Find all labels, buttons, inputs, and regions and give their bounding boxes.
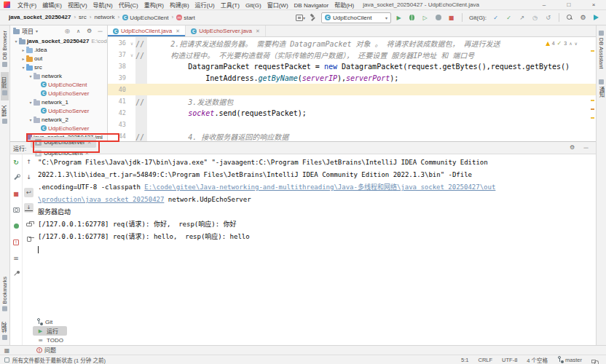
- editor-tab-UdpEchoServer-java[interactable]: UdpEchoServer.java✕: [186, 25, 266, 36]
- project-panel-title[interactable]: 项目: [22, 27, 34, 35]
- attach-button[interactable]: [12, 221, 21, 231]
- printer-button[interactable]: [24, 218, 34, 228]
- layout-button[interactable]: [12, 253, 21, 263]
- tool-window-button-todo[interactable]: TODO: [33, 336, 67, 345]
- run-tab-UdpEchoServer[interactable]: UdpEchoServer✕: [31, 137, 95, 148]
- pin-button[interactable]: [12, 269, 21, 279]
- inspection-widget[interactable]: 4 ✓ 3 ∧ ∨: [543, 39, 580, 47]
- fold-marker-icon[interactable]: ∨: [128, 52, 135, 58]
- stop-button[interactable]: [12, 189, 21, 199]
- scroll-end-button[interactable]: [24, 203, 34, 213]
- chevron-down-icon[interactable]: ▾: [36, 28, 38, 33]
- code-area[interactable]: 36∨// 2.把请求发送给服务器。 需要构造 DatagramPacket 对…: [108, 37, 596, 141]
- status-5-1[interactable]: 5:1: [461, 357, 468, 363]
- tree-item-UdpEchoServer[interactable]: UdpEchoServer: [10, 124, 107, 132]
- stripe-item-db-browser[interactable]: DB Browser: [1, 25, 8, 72]
- tree-item-network_2[interactable]: ▾network_2: [10, 115, 107, 124]
- status-UTF-8[interactable]: UTF-8: [502, 357, 517, 363]
- tool-window-button-运行[interactable]: 运行: [33, 326, 67, 336]
- close-button[interactable]: ×: [581, 1, 606, 8]
- tree-collapse-icon[interactable]: ▾: [13, 39, 19, 44]
- status-CRLF[interactable]: CRLF: [478, 357, 492, 363]
- git-commit-button[interactable]: [503, 12, 514, 23]
- tree-collapse-icon[interactable]: ▾: [28, 117, 34, 122]
- stripe-item-通知[interactable]: 通知: [597, 74, 605, 103]
- debug-button[interactable]: [406, 12, 417, 23]
- play-button[interactable]: [393, 12, 404, 23]
- menu-item[interactable]: 帮助(H): [331, 2, 357, 9]
- error-stripe[interactable]: [590, 37, 595, 141]
- menu-item[interactable]: 构建(B): [167, 2, 192, 9]
- rerun-button[interactable]: [12, 157, 21, 167]
- event-log-icon[interactable]: [4, 357, 9, 363]
- run-configuration-select[interactable]: UdpEchoCilent▾: [321, 12, 391, 23]
- tree-item-network_1[interactable]: ▾network_1: [10, 98, 107, 106]
- down-button[interactable]: [24, 173, 34, 182]
- breadcrumb-item[interactable]: java_socket_20250427: [9, 14, 71, 20]
- breadcrumb-item[interactable]: src: [79, 14, 87, 20]
- collapse-button[interactable]: [74, 27, 82, 35]
- trash-button[interactable]: [24, 234, 34, 243]
- console-output[interactable]: "C:\Program Files\Java\jdk-17\bin\java.e…: [35, 154, 596, 345]
- plugin-button[interactable]: [591, 12, 602, 23]
- tree-item-UdpEchoServer[interactable]: UdpEchoServer: [10, 89, 107, 98]
- tree-item-out[interactable]: ▸out: [10, 54, 107, 63]
- tab-close-icon[interactable]: ✕: [176, 28, 180, 34]
- tree-expand-icon[interactable]: ▸: [20, 47, 26, 52]
- wrench-button[interactable]: [12, 173, 21, 183]
- menu-item[interactable]: 导航(N): [90, 2, 116, 9]
- fold-marker-icon[interactable]: ∨: [128, 41, 135, 46]
- stripe-item-db-assistant[interactable]: DB Assistant: [598, 25, 605, 74]
- tab-close-icon[interactable]: ✕: [256, 28, 260, 34]
- tree-item-UdpEchoServer[interactable]: UdpEchoServer: [10, 106, 107, 115]
- tool-window-button-问题[interactable]: 问题: [33, 345, 67, 355]
- tree-collapse-icon[interactable]: ▾: [20, 65, 26, 70]
- gear-sm-button[interactable]: [85, 27, 93, 35]
- status-4----[interactable]: 4 个空格: [527, 356, 548, 364]
- menu-item[interactable]: 编辑(E): [39, 2, 65, 9]
- menu-item[interactable]: 文件(F): [15, 2, 39, 9]
- menu-item[interactable]: DB Navigator: [291, 2, 332, 9]
- breadcrumb-item[interactable]: network: [94, 14, 114, 20]
- camera-button[interactable]: [12, 205, 21, 215]
- tree-item-UdpEchoCilent[interactable]: UdpEchoCilent: [10, 80, 107, 89]
- git-push-button[interactable]: [516, 12, 527, 23]
- menu-item[interactable]: Git(G): [243, 2, 264, 9]
- menu-item[interactable]: 重构(R): [141, 2, 167, 9]
- prev-issue-icon[interactable]: ∧: [569, 41, 572, 46]
- minimize-button[interactable]: –: [532, 1, 556, 8]
- stripe-item-提交[interactable]: 提交: [1, 100, 9, 129]
- stripe-item-项目[interactable]: 项目: [1, 72, 9, 100]
- maximize-button[interactable]: □: [556, 1, 581, 8]
- tab-close-icon[interactable]: ✕: [87, 140, 92, 146]
- tree-item-network[interactable]: ▾network: [10, 71, 107, 80]
- console-link[interactable]: \production\java_socket_20250427: [38, 196, 164, 203]
- menu-item[interactable]: 代码(C): [116, 2, 141, 9]
- up-button[interactable]: [24, 157, 34, 167]
- coverage-button[interactable]: [420, 12, 430, 23]
- stripe-item-结构[interactable]: 结构: [1, 317, 9, 345]
- tree-item-java_socket_20250427[interactable]: ▾java_socket_20250427E:\code\git: [10, 36, 107, 45]
- stop-button[interactable]: [446, 12, 457, 23]
- hide-button[interactable]: [96, 27, 104, 35]
- git-update-button[interactable]: [490, 12, 501, 23]
- git-rollback-button[interactable]: [543, 12, 554, 23]
- menu-item[interactable]: 运行(U): [192, 2, 218, 9]
- stripe-item-bookmarks[interactable]: Bookmarks: [1, 272, 8, 317]
- next-issue-icon[interactable]: ∨: [575, 41, 578, 46]
- menu-item[interactable]: 视图(V): [65, 2, 90, 9]
- profiler-button[interactable]: [433, 12, 444, 23]
- menu-item[interactable]: 工具(T): [218, 2, 243, 9]
- soft-wrap-button[interactable]: [24, 188, 34, 197]
- build-project-button[interactable]: [308, 12, 319, 23]
- menu-item[interactable]: 窗口(W): [264, 2, 291, 9]
- toolbar-widget-button[interactable]: ▾: [295, 12, 306, 23]
- tool-window-button-git[interactable]: Git: [33, 317, 67, 326]
- locate-button[interactable]: [63, 27, 71, 35]
- tree-item-src[interactable]: ▾src: [10, 63, 107, 71]
- tool-window-switcher-icon[interactable]: [3, 347, 11, 355]
- git-history-button[interactable]: [530, 12, 540, 23]
- console-link[interactable]: E:\code\gitee\Java-networking-and-multit…: [144, 183, 495, 191]
- run-gear-sm-button[interactable]: [568, 143, 576, 152]
- tree-collapse-icon[interactable]: ▾: [28, 100, 34, 105]
